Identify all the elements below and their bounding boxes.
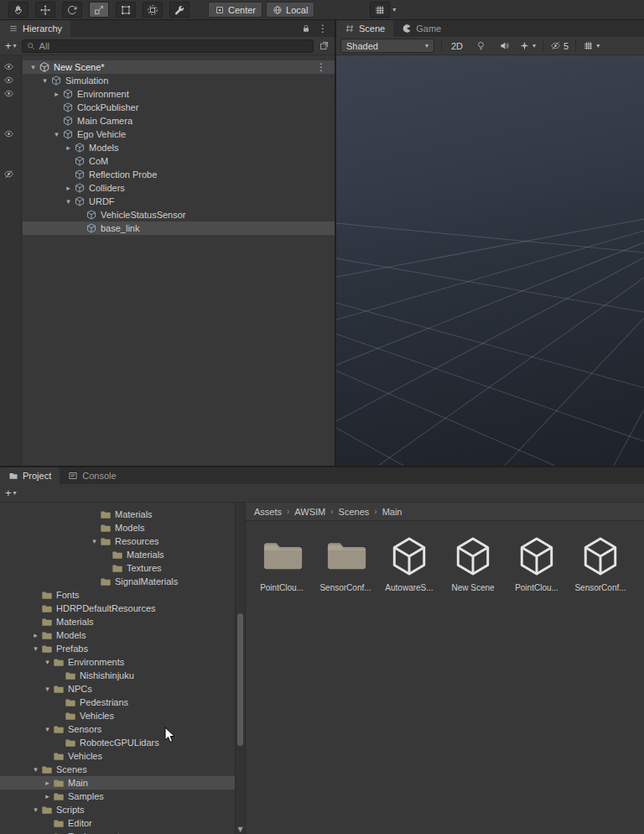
panel-menu-dots-icon[interactable]: ⋮ [318, 23, 328, 34]
project-folder-vehicles[interactable]: Vehicles [0, 749, 235, 763]
hierarchy-search-input[interactable]: All [22, 39, 314, 53]
foldout-closed-icon[interactable]: ▸ [63, 184, 74, 192]
foldout-open-icon[interactable]: ▾ [42, 685, 53, 693]
lock-icon[interactable] [301, 23, 311, 34]
asset-pointclou[interactable]: PointClou... [251, 533, 313, 592]
project-folder-robotecgpulidars[interactable]: RobotecGPULidars [0, 736, 235, 749]
project-folder-scenes[interactable]: ▾Scenes [0, 763, 235, 776]
create-object-button[interactable]: + ▾ [5, 39, 17, 52]
foldout-open-icon[interactable]: ▾ [42, 658, 53, 666]
scene-visibility-button[interactable]: 5 [550, 39, 569, 53]
project-folder-materials[interactable]: Materials [0, 615, 235, 628]
hierarchy-item-base-link[interactable]: base_link [23, 222, 335, 235]
row-menu-dots-icon[interactable]: ⋮ [316, 61, 335, 73]
project-folder-models[interactable]: Models [0, 521, 235, 534]
hierarchy-item-clockpublisher[interactable]: ClockPublisher [23, 101, 335, 114]
project-folder-samples[interactable]: ▸Samples [0, 790, 235, 803]
move-tool-button[interactable] [35, 2, 55, 18]
eye-icon[interactable] [3, 128, 14, 139]
asset-new-scene[interactable]: New Scene [442, 533, 504, 592]
asset-pointclou[interactable]: PointClou... [506, 533, 568, 592]
tab-game[interactable]: Game [393, 20, 449, 37]
asset-autowares[interactable]: AutowareS... [378, 533, 440, 592]
project-folder-vehicles[interactable]: Vehicles [0, 709, 235, 722]
project-folder-prefabs[interactable]: ▾Prefabs [0, 642, 235, 655]
2d-toggle-button[interactable]: 2D [449, 39, 465, 53]
project-folder-materials[interactable]: Materials [0, 548, 235, 561]
scene-grid-toggle-button[interactable]: ▾ [583, 39, 600, 53]
foldout-closed-icon[interactable]: ▸ [51, 90, 62, 98]
pop-out-icon[interactable] [319, 40, 330, 51]
breadcrumb-item-main[interactable]: Main [382, 507, 402, 517]
hierarchy-item-com[interactable]: CoM [23, 154, 335, 168]
breadcrumb-item-scenes[interactable]: Scenes [339, 507, 370, 517]
grid-snap-button[interactable] [370, 2, 390, 18]
project-folder-fonts[interactable]: Fonts [0, 588, 235, 602]
tab-scene[interactable]: Scene [336, 20, 393, 37]
hierarchy-item-reflection-probe[interactable]: Reflection Probe [23, 168, 335, 181]
tab-hierarchy[interactable]: Hierarchy [0, 20, 70, 37]
scrollbar-thumb[interactable] [237, 613, 243, 746]
foldout-closed-icon[interactable]: ▸ [42, 792, 53, 800]
project-folder-nishishinjuku[interactable]: Nishishinjuku [0, 669, 235, 682]
project-folder-scripts[interactable]: ▾Scripts [0, 803, 235, 816]
breadcrumb-item-awsim[interactable]: AWSIM [294, 507, 325, 517]
hierarchy-item-simulation[interactable]: ▾Simulation [23, 74, 335, 87]
foldout-open-icon[interactable]: ▾ [28, 63, 39, 71]
scale-tool-button[interactable] [89, 2, 109, 18]
rotate-tool-button[interactable] [62, 2, 82, 18]
project-folder-editor[interactable]: Editor [0, 816, 235, 830]
asset-sensorconf[interactable]: SensorConf... [314, 533, 377, 592]
scene-audio-button[interactable] [496, 39, 512, 53]
foldout-open-icon[interactable]: ▾ [89, 537, 100, 545]
tab-console[interactable]: Console [60, 467, 124, 484]
project-tree-scrollbar[interactable]: ▼ [235, 503, 246, 834]
hierarchy-item-environment[interactable]: ▸Environment [23, 87, 335, 101]
hierarchy-item-vehiclestatussensor[interactable]: VehicleStatusSensor [23, 208, 335, 222]
hierarchy-item-urdf[interactable]: ▾URDF [23, 195, 335, 208]
shading-mode-dropdown[interactable]: Shaded ▾ [340, 39, 434, 53]
eye-slash-icon[interactable] [3, 169, 14, 180]
hierarchy-item-colliders[interactable]: ▸Colliders [23, 181, 335, 195]
project-folder-models[interactable]: ▸Models [0, 628, 235, 642]
hierarchy-item-new-scene[interactable]: ▾New Scene*⋮ [23, 60, 335, 74]
project-folder-npcs[interactable]: ▾NPCs [0, 682, 235, 696]
project-folder-resources[interactable]: ▾Resources [0, 534, 235, 548]
custom-tool-button[interactable] [169, 2, 190, 18]
foldout-closed-icon[interactable]: ▸ [42, 779, 53, 787]
breadcrumb-item-assets[interactable]: Assets [254, 507, 282, 517]
transform-tool-button[interactable] [143, 2, 163, 18]
orientation-toggle-button[interactable]: Local [266, 2, 314, 18]
foldout-open-icon[interactable]: ▾ [42, 725, 53, 733]
foldout-open-icon[interactable]: ▾ [30, 765, 41, 774]
project-folder-textures[interactable]: Textures [0, 561, 235, 575]
project-folder-main[interactable]: ▸Main [0, 776, 235, 790]
project-folder-environments[interactable]: ▾Environments [0, 655, 235, 669]
foldout-open-icon[interactable]: ▾ [30, 644, 41, 653]
foldout-closed-icon[interactable]: ▸ [30, 631, 41, 639]
scrollbar-down-arrow-icon[interactable]: ▼ [236, 826, 245, 833]
project-create-button[interactable]: + ▾ [5, 487, 17, 499]
eye-icon[interactable] [3, 61, 14, 72]
scene-lighting-button[interactable] [472, 39, 489, 53]
scene-effects-button[interactable]: ▾ [519, 39, 536, 53]
rect-tool-button[interactable] [116, 2, 136, 18]
grid-snap-caret-icon[interactable]: ▾ [392, 6, 396, 13]
tab-project[interactable]: Project [0, 467, 60, 484]
project-folder-sensors[interactable]: ▾Sensors [0, 722, 235, 736]
foldout-open-icon[interactable]: ▾ [30, 805, 41, 814]
foldout-open-icon[interactable]: ▾ [51, 130, 62, 138]
foldout-open-icon[interactable]: ▾ [63, 197, 74, 206]
foldout-closed-icon[interactable]: ▸ [63, 143, 74, 152]
pivot-toggle-button[interactable]: Center [208, 2, 262, 18]
view-tool-button[interactable] [8, 2, 29, 18]
project-folder-pedestrians[interactable]: Pedestrians [0, 696, 235, 709]
hierarchy-item-ego-vehicle[interactable]: ▾Ego Vehicle [23, 128, 335, 141]
eye-icon[interactable] [3, 88, 14, 99]
asset-sensorconf[interactable]: SensorConf... [569, 533, 631, 592]
project-folder-hdrpdefaultresources[interactable]: HDRPDefaultResources [0, 602, 235, 615]
project-folder-materials[interactable]: Materials [0, 508, 235, 521]
hierarchy-item-main-camera[interactable]: Main Camera [23, 114, 335, 128]
eye-icon[interactable] [3, 75, 14, 86]
foldout-open-icon[interactable]: ▾ [39, 76, 50, 85]
